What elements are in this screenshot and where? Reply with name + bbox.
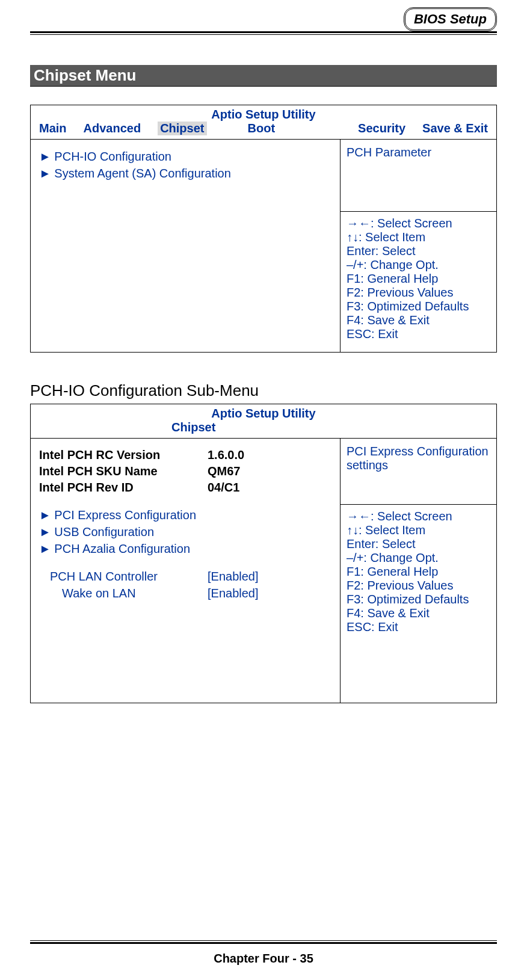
help-text: PCI Express Configuration settings [341,439,496,505]
footer-text: Chapter Four - 35 [0,952,527,966]
bios-tabs: Main Advanced Chipset Boot Security Save… [31,122,496,140]
key-hint: Enter: Select [347,537,490,551]
bios-screen-pch-io: Aptio Setup Utility Chipset Intel PCH RC… [30,404,497,703]
key-hints: →←: Select Screen ↑↓: Select Item Enter:… [341,212,496,352]
bios-title: Aptio Setup Utility [31,404,496,421]
option-wake-on-lan[interactable]: Wake on LAN [Enabled] [39,585,334,602]
option-label: PCH LAN Controller [39,568,208,585]
info-label: Intel PCH RC Version [39,447,208,463]
menu-label: System Agent (SA) Configuration [54,167,230,180]
key-hint: –/+: Change Opt. [347,551,490,565]
key-hint: F4: Save & Exit [347,606,490,620]
info-value: 04/C1 [208,479,239,496]
info-row: Intel PCH SKU Name QM67 [39,463,334,479]
submenu-arrow-icon: ► [39,167,51,180]
info-row: Intel PCH RC Version 1.6.0.0 [39,447,334,463]
tab-advanced[interactable]: Advanced [84,122,141,135]
option-pch-lan[interactable]: PCH LAN Controller [Enabled] [39,568,334,585]
tab-save-exit[interactable]: Save & Exit [422,122,488,135]
header-badge: BIOS Setup [404,7,497,31]
section-title-pch-io-submenu: PCH-IO Configuration Sub-Menu [30,381,497,400]
menu-item-pch-io[interactable]: ► PCH-IO Configuration [39,148,334,165]
info-value: 1.6.0.0 [208,447,244,463]
submenu-arrow-icon: ► [39,150,51,163]
option-label: Wake on LAN [39,585,208,602]
menu-item-azalia-config[interactable]: ► PCH Azalia Configuration [39,540,334,557]
key-hint: ↑↓: Select Item [347,230,490,244]
key-hint: F2: Previous Values [347,286,490,300]
key-hint: F3: Optimized Defaults [347,593,490,606]
key-hint: →←: Select Screen [347,510,490,523]
key-hint: ↑↓: Select Item [347,523,490,537]
menu-item-system-agent[interactable]: ► System Agent (SA) Configuration [39,165,334,182]
submenu-arrow-icon: ► [39,508,51,522]
key-hint: →←: Select Screen [347,217,490,230]
info-value: QM67 [208,463,240,479]
key-hint: ESC: Exit [347,620,490,634]
help-text: PCH Parameter [341,140,496,212]
key-hint: ESC: Exit [347,327,490,341]
info-label: Intel PCH SKU Name [39,463,208,479]
menu-label: PCI Express Configuration [54,508,196,522]
info-row: Intel PCH Rev ID 04/C1 [39,479,334,496]
bios-screen-chipset: Aptio Setup Utility Main Advanced Chipse… [30,105,497,353]
tab-boot[interactable]: Boot [248,122,276,135]
section-title-chipset-menu: Chipset Menu [30,65,497,87]
tab-chipset[interactable]: Chipset [171,421,215,434]
key-hint: –/+: Change Opt. [347,258,490,272]
bios-tabs-sub: Chipset [31,421,496,439]
tab-security[interactable]: Security [358,122,405,135]
menu-item-usb-config[interactable]: ► USB Configuration [39,523,334,540]
key-hints: →←: Select Screen ↑↓: Select Item Enter:… [341,505,496,645]
menu-label: USB Configuration [54,525,154,538]
key-hint: Enter: Select [347,244,490,258]
submenu-arrow-icon: ► [39,525,51,538]
key-hint: F1: General Help [347,272,490,286]
tab-main[interactable]: Main [39,122,67,135]
info-label: Intel PCH Rev ID [39,479,208,496]
key-hint: F1: General Help [347,565,490,579]
tab-chipset[interactable]: Chipset [158,122,206,135]
option-value: [Enabled] [208,568,259,585]
menu-item-pci-express[interactable]: ► PCI Express Configuration [39,507,334,523]
submenu-arrow-icon: ► [39,542,51,555]
menu-label: PCH Azalia Configuration [54,542,190,555]
key-hint: F2: Previous Values [347,579,490,593]
key-hint: F3: Optimized Defaults [347,300,490,313]
key-hint: F4: Save & Exit [347,313,490,327]
footer-rule [30,940,497,944]
bios-title: Aptio Setup Utility [31,105,496,122]
menu-label: PCH-IO Configuration [54,150,171,163]
option-value: [Enabled] [208,585,259,602]
